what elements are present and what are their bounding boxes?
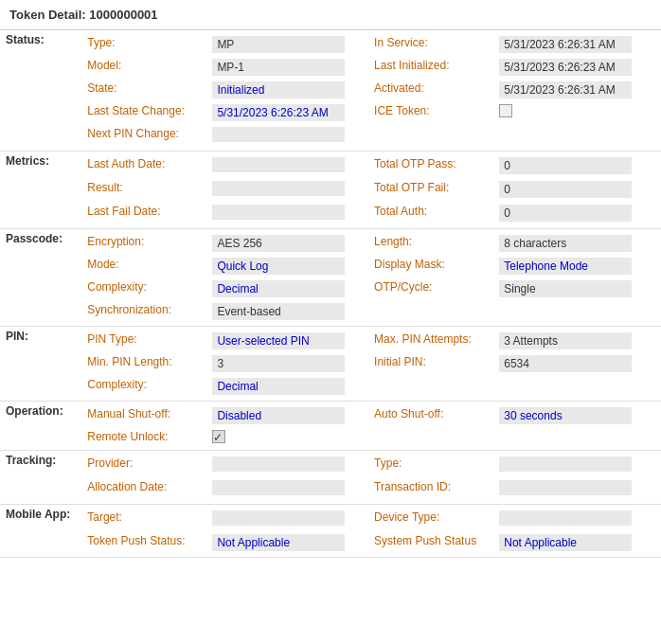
- field-value-inservice: 5/31/2023 6:26:31 AM: [493, 33, 655, 56]
- field-value-state: Initialized: [206, 79, 368, 101]
- status-label: Status:: [0, 30, 76, 152]
- page-title: Token Detail: 1000000001: [9, 8, 158, 22]
- field-value-totalotpfail: 0: [493, 178, 655, 202]
- field-label-tokenpushstatus: Token Push Status:: [81, 531, 206, 554]
- field-label-target: Target:: [81, 508, 206, 531]
- field-label-displaymask: Display Mask:: [368, 255, 493, 277]
- mobileapp-section: Mobile App: Target: Device Type: Token P…: [0, 505, 661, 558]
- field-value-type: MP: [206, 33, 368, 56]
- field-label-lastauth: Last Auth Date:: [81, 154, 206, 178]
- field-value-laststatechange: 5/31/2023 6:26:23 AM: [206, 101, 368, 124]
- pin-label: PIN:: [0, 327, 76, 402]
- field-value-maxpinattempts: 3 Attempts: [493, 330, 655, 352]
- remoteunlock-checkbox[interactable]: ✓: [212, 430, 225, 443]
- field-value-systempushstatus: Not Applicable: [493, 531, 655, 554]
- field-label-totalotpfail: Total OTP Fail:: [368, 178, 493, 202]
- field-label-manualshutoff: Manual Shut-off:: [81, 404, 206, 427]
- field-value-tracking-type: [493, 454, 655, 477]
- field-value-provider: [206, 454, 368, 477]
- field-label-transactionid: Transaction ID:: [368, 477, 493, 501]
- field-label-mode: Mode:: [81, 255, 206, 277]
- field-label-otpcycle: OTP/Cycle:: [368, 277, 493, 300]
- field-value-otpcycle: Single: [493, 277, 655, 300]
- field-value-manualshutoff: Disabled: [206, 404, 368, 427]
- field-label-result: Result:: [81, 178, 206, 202]
- field-value-model: MP-1: [206, 56, 368, 79]
- field-label-synchronization: Synchronization:: [81, 300, 206, 323]
- field-value-result: [206, 178, 368, 202]
- field-label-devicetype: Device Type:: [368, 508, 493, 531]
- field-label-lastinit: Last Initialized:: [368, 56, 493, 79]
- field-value-synchronization: Event-based: [206, 300, 368, 323]
- field-label-length: Length:: [368, 232, 493, 255]
- field-value-autoshutoff: 30 seconds: [493, 404, 655, 427]
- field-value-tokenpushstatus: Not Applicable: [206, 531, 368, 554]
- field-label-totalotppass: Total OTP Pass:: [368, 154, 493, 178]
- field-label-totalauth: Total Auth:: [368, 202, 493, 225]
- field-value-nextpin: [206, 124, 368, 148]
- field-label-provider: Provider:: [81, 454, 206, 477]
- field-label-nextpin: Next PIN Change:: [81, 124, 206, 148]
- field-value-initialpin: 6534: [493, 352, 655, 375]
- passcode-label: Passcode:: [0, 229, 76, 327]
- field-value-target: [206, 508, 368, 531]
- field-label-allocdate: Allocation Date:: [81, 477, 206, 501]
- field-label-encryption: Encryption:: [81, 232, 206, 255]
- tracking-section: Tracking: Provider: Type: Allocation Dat…: [0, 451, 661, 505]
- metrics-section: Metrics: Last Auth Date: Total OTP Pass:…: [0, 152, 661, 229]
- field-value-lastinit: 5/31/2023 6:26:23 AM: [493, 56, 655, 79]
- operation-label: Operation:: [0, 402, 76, 451]
- field-label-lastfail: Last Fail Date:: [81, 202, 206, 225]
- field-label-maxpinattempts: Max. PIN Attempts:: [368, 330, 493, 352]
- field-value-activated: 5/31/2023 6:26:31 AM: [493, 79, 655, 101]
- field-label-autoshutoff: Auto Shut-off:: [368, 404, 493, 427]
- field-label-state: State:: [81, 79, 206, 101]
- status-section: Status: Type: MP In Service: 5/31/2023 6…: [0, 30, 661, 152]
- field-value-devicetype: [493, 508, 655, 531]
- field-label-laststatechange: Last State Change:: [81, 101, 206, 124]
- field-value-pintype: User-selected PIN: [206, 330, 368, 352]
- field-value-transactionid: [493, 477, 655, 501]
- field-value-icetoken: [493, 101, 655, 124]
- icetoken-checkbox[interactable]: [499, 104, 512, 117]
- field-label-model: Model:: [81, 56, 206, 79]
- field-label-initialpin: Initial PIN:: [368, 352, 493, 375]
- page-header: Token Detail: 1000000001: [0, 0, 661, 30]
- field-label-complexity: Complexity:: [81, 277, 206, 300]
- pin-section: PIN: PIN Type: User-selected PIN Max. PI…: [0, 327, 661, 402]
- field-value-lastfail: [206, 202, 368, 225]
- operation-section: Operation: Manual Shut-off: Disabled Aut…: [0, 402, 661, 451]
- field-value-displaymask: Telephone Mode: [493, 255, 655, 277]
- field-label-inservice: In Service:: [368, 33, 493, 56]
- field-value-complexity: Decimal: [206, 277, 368, 300]
- field-value-allocdate: [206, 477, 368, 501]
- mobileapp-label: Mobile App:: [0, 505, 76, 558]
- field-value-lastauth: [206, 154, 368, 178]
- field-label-pintype: PIN Type:: [81, 330, 206, 352]
- field-value-pin-complexity: Decimal: [206, 375, 368, 398]
- metrics-label: Metrics:: [0, 152, 76, 229]
- field-value-totalotppass: 0: [493, 154, 655, 178]
- field-label-minpinlength: Min. PIN Length:: [81, 352, 206, 375]
- field-label-pin-complexity: Complexity:: [81, 375, 206, 398]
- field-label-activated: Activated:: [368, 79, 493, 101]
- field-label-type: Type:: [81, 33, 206, 56]
- field-value-totalauth: 0: [493, 202, 655, 225]
- field-value-encryption: AES 256: [206, 232, 368, 255]
- field-value-length: 8 characters: [493, 232, 655, 255]
- field-value-mode: Quick Log: [206, 255, 368, 277]
- tracking-label: Tracking:: [0, 451, 76, 505]
- field-label-remoteunlock: Remote Unlock:: [81, 427, 206, 447]
- passcode-section: Passcode: Encryption: AES 256 Length: 8 …: [0, 229, 661, 327]
- field-value-minpinlength: 3: [206, 352, 368, 375]
- field-label-systempushstatus: System Push Status: [368, 531, 493, 554]
- field-label-icetoken: ICE Token:: [368, 101, 493, 124]
- field-label-tracking-type: Type:: [368, 454, 493, 477]
- field-value-remoteunlock: ✓: [206, 427, 368, 447]
